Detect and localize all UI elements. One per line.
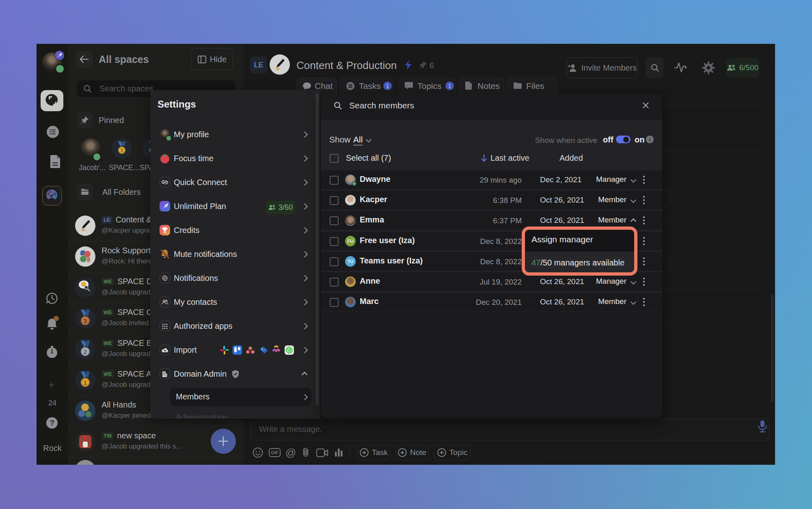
svg-text:1: 1 [84, 379, 87, 386]
svg-text:1: 1 [121, 148, 123, 153]
svg-text:2: 2 [84, 348, 87, 355]
svg-text:3: 3 [84, 317, 87, 324]
